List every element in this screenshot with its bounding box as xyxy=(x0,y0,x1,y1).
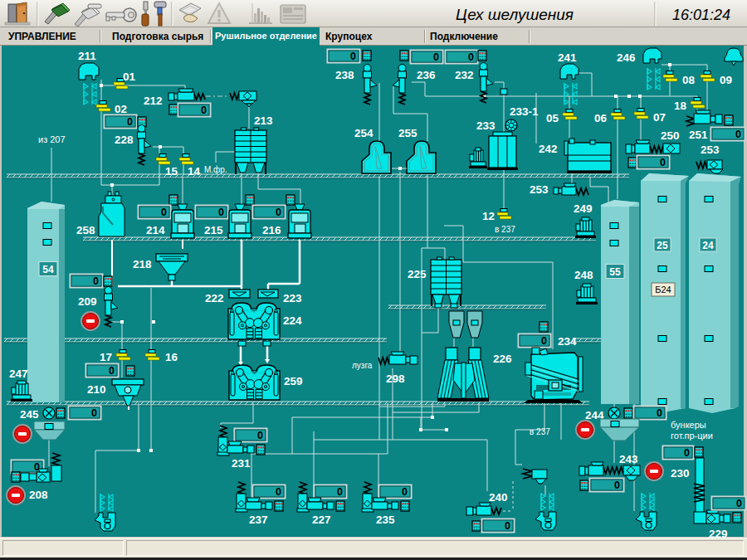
svg-text:210: 210 xyxy=(87,383,106,396)
svg-text:213: 213 xyxy=(254,114,273,127)
svg-text:236: 236 xyxy=(417,69,436,81)
svg-text:гот.пр-ции: гот.пр-ции xyxy=(671,431,713,441)
svg-text:212: 212 xyxy=(144,95,163,107)
svg-text:09: 09 xyxy=(720,74,732,86)
svg-text:247: 247 xyxy=(9,368,28,380)
svg-text:254: 254 xyxy=(354,127,374,139)
svg-text:0: 0 xyxy=(684,447,690,459)
svg-text:240: 240 xyxy=(489,491,508,504)
svg-text:224: 224 xyxy=(283,314,302,327)
svg-text:253: 253 xyxy=(530,183,549,196)
svg-text:251: 251 xyxy=(689,129,708,141)
svg-text:298: 298 xyxy=(386,373,405,385)
svg-text:0: 0 xyxy=(614,480,620,491)
svg-text:233: 233 xyxy=(476,119,496,132)
svg-text:0: 0 xyxy=(736,498,742,509)
svg-text:12: 12 xyxy=(482,210,495,222)
svg-text:232: 232 xyxy=(455,69,474,81)
svg-text:02: 02 xyxy=(115,103,127,115)
svg-text:0: 0 xyxy=(735,129,741,140)
svg-text:209: 209 xyxy=(78,295,97,308)
svg-text:08: 08 xyxy=(682,74,696,86)
svg-text:208: 208 xyxy=(29,489,48,501)
svg-text:55: 55 xyxy=(609,266,621,278)
svg-text:07: 07 xyxy=(653,111,666,124)
svg-text:215: 215 xyxy=(204,224,223,236)
svg-text:в 237: в 237 xyxy=(495,225,515,234)
svg-text:Б24: Б24 xyxy=(655,285,671,295)
svg-text:лузга: лузга xyxy=(352,361,373,370)
svg-text:0: 0 xyxy=(161,207,167,218)
svg-text:211: 211 xyxy=(78,50,96,62)
svg-text:0: 0 xyxy=(505,520,510,532)
svg-text:218: 218 xyxy=(133,258,152,270)
svg-text:0: 0 xyxy=(541,335,547,347)
svg-text:15: 15 xyxy=(165,165,178,178)
svg-text:229: 229 xyxy=(709,528,728,538)
svg-text:бункеры: бункеры xyxy=(671,420,706,430)
svg-text:246: 246 xyxy=(617,51,636,64)
svg-text:24: 24 xyxy=(702,240,714,251)
svg-text:214: 214 xyxy=(146,224,165,236)
svg-text:0: 0 xyxy=(402,486,408,498)
svg-text:05: 05 xyxy=(546,112,559,124)
svg-text:253: 253 xyxy=(701,144,720,156)
svg-text:01: 01 xyxy=(123,71,136,83)
svg-text:233-1: 233-1 xyxy=(510,105,539,118)
svg-text:0: 0 xyxy=(257,430,263,441)
svg-text:225: 225 xyxy=(408,268,427,280)
svg-text:250: 250 xyxy=(661,129,680,142)
svg-text:230: 230 xyxy=(671,467,690,480)
svg-text:0: 0 xyxy=(276,207,281,218)
svg-text:0: 0 xyxy=(433,51,439,63)
svg-text:0: 0 xyxy=(218,207,224,218)
svg-text:249: 249 xyxy=(574,202,593,215)
svg-text:248: 248 xyxy=(574,269,593,281)
svg-text:из 207: из 207 xyxy=(38,134,66,144)
svg-text:16: 16 xyxy=(165,351,178,363)
svg-text:0: 0 xyxy=(276,486,281,498)
svg-text:238: 238 xyxy=(335,69,354,81)
svg-text:227: 227 xyxy=(312,514,331,526)
svg-text:М.фр.: М.фр. xyxy=(204,165,227,174)
svg-text:18: 18 xyxy=(674,100,687,112)
svg-text:235: 235 xyxy=(376,514,395,526)
svg-text:258: 258 xyxy=(76,224,95,236)
svg-text:255: 255 xyxy=(398,127,417,139)
svg-text:06: 06 xyxy=(594,112,608,124)
svg-text:25: 25 xyxy=(657,240,668,251)
svg-text:259: 259 xyxy=(284,375,303,387)
svg-text:222: 222 xyxy=(205,292,224,304)
svg-text:в 237: в 237 xyxy=(530,427,550,436)
svg-text:216: 216 xyxy=(262,224,281,236)
svg-text:54: 54 xyxy=(42,264,54,275)
svg-text:223: 223 xyxy=(283,292,302,304)
svg-text:0: 0 xyxy=(350,51,356,62)
svg-text:0: 0 xyxy=(93,275,99,287)
svg-text:0: 0 xyxy=(91,407,97,419)
svg-text:0: 0 xyxy=(468,51,474,63)
svg-text:226: 226 xyxy=(493,353,512,365)
svg-text:242: 242 xyxy=(539,143,558,155)
svg-text:234: 234 xyxy=(558,335,577,348)
svg-text:0: 0 xyxy=(660,157,666,168)
svg-text:243: 243 xyxy=(619,453,638,465)
svg-text:228: 228 xyxy=(115,134,134,146)
svg-text:17: 17 xyxy=(100,351,112,363)
svg-text:231: 231 xyxy=(232,457,251,470)
svg-text:241: 241 xyxy=(558,51,577,64)
svg-text:0: 0 xyxy=(127,116,133,128)
svg-text:0: 0 xyxy=(109,365,115,377)
svg-text:0: 0 xyxy=(201,105,207,116)
svg-text:237: 237 xyxy=(249,514,268,526)
svg-text:0: 0 xyxy=(657,407,662,419)
svg-text:0: 0 xyxy=(337,486,343,498)
svg-text:14: 14 xyxy=(188,165,201,178)
svg-text:245: 245 xyxy=(20,408,39,421)
